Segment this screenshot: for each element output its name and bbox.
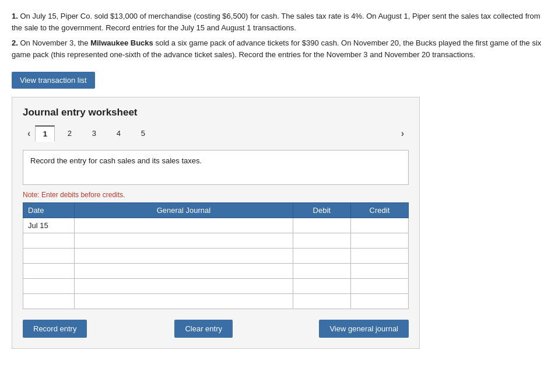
col-header-debit: Debit xyxy=(293,202,350,218)
table-row: Jul 15 xyxy=(23,218,409,233)
credit-cell-6[interactable] xyxy=(350,293,408,309)
credit-cell-2[interactable] xyxy=(350,233,408,248)
gj-input-6[interactable] xyxy=(75,294,293,309)
tab-row: ‹ 1 2 3 4 5 › xyxy=(23,125,409,142)
debit-cell-6[interactable] xyxy=(293,293,350,309)
tab-1[interactable]: 1 xyxy=(35,125,55,142)
debit-cell-4[interactable] xyxy=(293,263,350,278)
tab-prev-arrow[interactable]: ‹ xyxy=(23,127,35,140)
credit-cell-3[interactable] xyxy=(350,248,408,263)
debit-cell-5[interactable] xyxy=(293,278,350,293)
col-header-gj: General Journal xyxy=(75,202,293,218)
view-general-journal-button[interactable]: View general journal xyxy=(319,320,409,338)
gj-input-5[interactable] xyxy=(75,279,293,293)
debit-cell-2[interactable] xyxy=(293,233,350,248)
date-cell-5 xyxy=(23,278,75,293)
table-row xyxy=(23,263,409,278)
gj-input-3[interactable] xyxy=(75,249,293,263)
problem-2-number: 2. xyxy=(12,38,18,47)
date-cell-2 xyxy=(23,233,75,248)
table-row xyxy=(23,293,409,309)
gj-input-1[interactable] xyxy=(75,218,293,233)
debit-input-6[interactable] xyxy=(293,294,350,309)
tab-3[interactable]: 3 xyxy=(84,125,104,142)
gj-cell-5[interactable] xyxy=(75,278,293,293)
instruction-text: Record the entry for cash sales and its … xyxy=(30,156,202,165)
instruction-box: Record the entry for cash sales and its … xyxy=(23,150,409,185)
date-cell-1: Jul 15 xyxy=(23,218,75,233)
debit-cell-3[interactable] xyxy=(293,248,350,263)
credit-input-2[interactable] xyxy=(351,233,408,248)
gj-cell-3[interactable] xyxy=(75,248,293,263)
gj-cell-6[interactable] xyxy=(75,293,293,309)
credit-input-4[interactable] xyxy=(351,264,408,278)
credit-input-6[interactable] xyxy=(351,294,408,309)
credit-cell-1[interactable] xyxy=(350,218,408,233)
debit-input-5[interactable] xyxy=(293,279,350,293)
debit-input-1[interactable] xyxy=(293,218,350,233)
problem-text: 1. On July 15, Piper Co. sold $13,000 of… xyxy=(12,10,546,61)
tab-4[interactable]: 4 xyxy=(108,125,128,142)
clear-entry-button[interactable]: Clear entry xyxy=(174,320,233,338)
tab-next-arrow[interactable]: › xyxy=(396,127,409,140)
gj-cell-4[interactable] xyxy=(75,263,293,278)
journal-table: Date General Journal Debit Credit Jul 15 xyxy=(23,202,409,309)
debit-input-2[interactable] xyxy=(293,233,350,248)
date-cell-4 xyxy=(23,263,75,278)
worksheet-title: Journal entry worksheet xyxy=(23,107,409,118)
col-header-date: Date xyxy=(23,202,75,218)
problem-1-number: 1. xyxy=(12,12,18,20)
credit-input-1[interactable] xyxy=(351,218,408,233)
date-cell-3 xyxy=(23,248,75,263)
action-button-row: Record entry Clear entry View general jo… xyxy=(23,320,409,338)
table-row xyxy=(23,278,409,293)
col-header-credit: Credit xyxy=(350,202,408,218)
credit-cell-4[interactable] xyxy=(350,263,408,278)
problem-2-text-before: On November 3, the xyxy=(20,38,90,47)
problem-2-bold: Milwaukee Bucks xyxy=(90,38,153,47)
credit-cell-5[interactable] xyxy=(350,278,408,293)
table-row xyxy=(23,233,409,248)
note-text: Note: Enter debits before credits. xyxy=(23,191,409,199)
table-row xyxy=(23,248,409,263)
gj-input-4[interactable] xyxy=(75,264,293,278)
credit-input-3[interactable] xyxy=(351,249,408,263)
worksheet-container: Journal entry worksheet ‹ 1 2 3 4 5 › Re… xyxy=(12,97,420,349)
gj-cell-2[interactable] xyxy=(75,233,293,248)
tab-5[interactable]: 5 xyxy=(133,125,153,142)
credit-input-5[interactable] xyxy=(351,279,408,293)
tab-2[interactable]: 2 xyxy=(59,125,79,142)
debit-cell-1[interactable] xyxy=(293,218,350,233)
problem-1-text: On July 15, Piper Co. sold $13,000 of me… xyxy=(12,12,541,32)
gj-cell-1[interactable] xyxy=(75,218,293,233)
debit-input-3[interactable] xyxy=(293,249,350,263)
view-transaction-button[interactable]: View transaction list xyxy=(12,72,95,89)
debit-input-4[interactable] xyxy=(293,264,350,278)
record-entry-button[interactable]: Record entry xyxy=(23,320,87,338)
gj-input-2[interactable] xyxy=(75,233,293,248)
date-cell-6 xyxy=(23,293,75,309)
